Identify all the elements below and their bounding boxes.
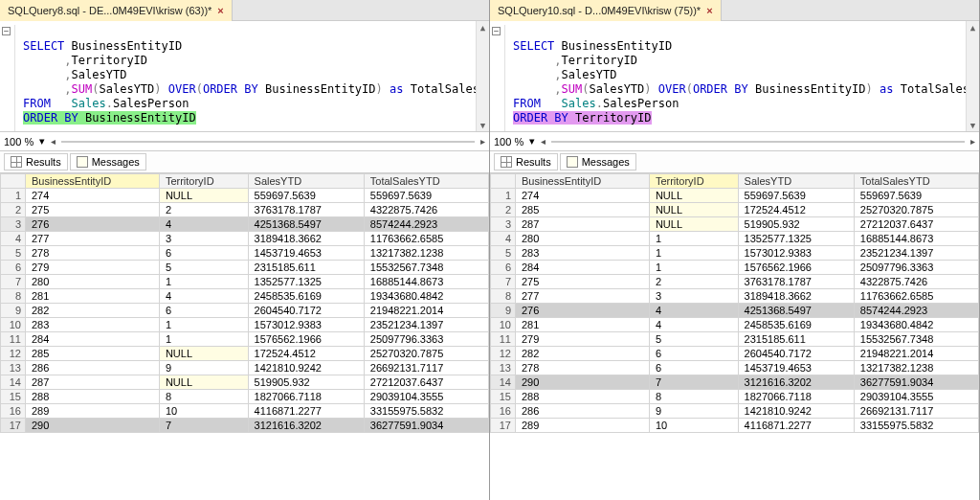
cell[interactable]: 278 xyxy=(516,361,650,375)
table-row[interactable]: 428011352577.132516885144.8673 xyxy=(491,232,979,246)
cell[interactable]: 16885144.8673 xyxy=(854,232,978,246)
cell[interactable]: 2604540.7172 xyxy=(738,347,854,361)
cell[interactable]: 290 xyxy=(516,375,650,390)
cell[interactable]: NULL xyxy=(649,217,738,232)
cell[interactable]: 6 xyxy=(649,361,738,375)
cell[interactable]: 274 xyxy=(516,189,650,203)
cell[interactable]: 4 xyxy=(649,318,738,332)
cell[interactable]: 27212037.6437 xyxy=(364,375,488,390)
cell[interactable]: 1352577.1325 xyxy=(248,275,364,289)
cell[interactable]: 289 xyxy=(516,419,650,433)
cell[interactable]: 4322875.7426 xyxy=(854,275,978,289)
cell[interactable]: 1573012.9383 xyxy=(738,246,854,261)
minus-icon[interactable]: − xyxy=(492,27,501,35)
cell[interactable]: 276 xyxy=(516,304,650,318)
cell[interactable]: 2458535.6169 xyxy=(248,289,364,304)
vertical-scrollbar[interactable]: ▲▼ xyxy=(476,21,489,132)
cell[interactable]: 10 xyxy=(159,404,248,419)
table-row[interactable]: 1528881827066.711829039104.3555 xyxy=(1,390,489,404)
cell[interactable]: 1827066.7118 xyxy=(248,390,364,404)
cell[interactable]: 4116871.2277 xyxy=(248,404,364,419)
table-row[interactable]: 427733189418.366211763662.6585 xyxy=(1,232,489,246)
table-row[interactable]: 627952315185.61115532567.7348 xyxy=(1,261,489,275)
cell[interactable]: 281 xyxy=(26,289,160,304)
tab-results[interactable]: Results xyxy=(4,153,68,170)
cell[interactable]: 282 xyxy=(516,347,650,361)
table-row[interactable]: 2285NULL172524.451225270320.7875 xyxy=(491,203,979,217)
table-row[interactable]: 1628691421810.924226692131.7117 xyxy=(491,404,979,419)
cell[interactable]: 25270320.7875 xyxy=(364,347,488,361)
cell[interactable]: 277 xyxy=(26,232,160,246)
cell[interactable]: NULL xyxy=(159,375,248,390)
cell[interactable]: 3763178.1787 xyxy=(738,275,854,289)
cell[interactable]: 3 xyxy=(649,289,738,304)
cell[interactable]: 23521234.1397 xyxy=(364,318,488,332)
cell[interactable]: 280 xyxy=(26,275,160,289)
cell[interactable]: 23521234.1397 xyxy=(854,246,978,261)
results-grid[interactable]: BusinessEntityIDTerritoryIDSalesYTDTotal… xyxy=(0,173,489,433)
zoom-bar[interactable]: 100 %▾ ◂ ▸ xyxy=(0,132,489,151)
cell[interactable]: 8 xyxy=(649,390,738,404)
cell[interactable]: 284 xyxy=(26,332,160,347)
cell[interactable]: 5 xyxy=(159,261,248,275)
table-row[interactable]: 17289104116871.227733155975.5832 xyxy=(491,419,979,433)
column-header[interactable]: TotalSalesYTD xyxy=(854,174,978,189)
cell[interactable]: 285 xyxy=(26,347,160,361)
cell[interactable]: 29039104.3555 xyxy=(854,390,978,404)
vertical-scrollbar[interactable]: ▲▼ xyxy=(966,21,979,132)
cell[interactable]: 286 xyxy=(26,361,160,375)
cell[interactable]: 1453719.4653 xyxy=(248,246,364,261)
cell[interactable]: 26692131.7117 xyxy=(854,404,978,419)
cell[interactable]: 11763662.6585 xyxy=(854,289,978,304)
cell[interactable]: 172524.4512 xyxy=(738,203,854,217)
tab-messages[interactable]: Messages xyxy=(560,153,636,170)
cell[interactable]: 6 xyxy=(159,246,248,261)
cell[interactable]: 280 xyxy=(516,232,650,246)
table-row[interactable]: 528311573012.938323521234.1397 xyxy=(491,246,979,261)
cell[interactable]: 2 xyxy=(159,203,248,217)
cell[interactable]: 1421810.9242 xyxy=(248,361,364,375)
table-row[interactable]: 1328691421810.924226692131.7117 xyxy=(1,361,489,375)
table-row[interactable]: 1274NULL559697.5639559697.5639 xyxy=(491,189,979,203)
column-header[interactable]: TerritoryID xyxy=(159,174,248,189)
cell[interactable]: 3189418.3662 xyxy=(248,232,364,246)
cell[interactable]: 33155975.5832 xyxy=(854,419,978,433)
close-icon[interactable]: × xyxy=(217,5,223,16)
cell[interactable]: 275 xyxy=(26,203,160,217)
cell[interactable]: 4116871.2277 xyxy=(738,419,854,433)
table-row[interactable]: 1429073121616.320236277591.9034 xyxy=(491,375,979,390)
cell[interactable]: NULL xyxy=(649,189,738,203)
cell[interactable]: 21948221.2014 xyxy=(364,304,488,318)
cell[interactable]: 559697.5639 xyxy=(738,189,854,203)
table-row[interactable]: 928262604540.717221948221.2014 xyxy=(1,304,489,318)
cell[interactable]: 4 xyxy=(649,304,738,318)
table-row[interactable]: 3287NULL519905.93227212037.6437 xyxy=(491,217,979,232)
cell[interactable]: 29039104.3555 xyxy=(364,390,488,404)
table-row[interactable]: 1327861453719.465313217382.1238 xyxy=(491,361,979,375)
chevron-right-icon[interactable]: ▸ xyxy=(480,136,485,147)
column-header[interactable]: BusinessEntityID xyxy=(26,174,160,189)
cell[interactable]: NULL xyxy=(159,189,248,203)
cell[interactable]: 282 xyxy=(26,304,160,318)
chevron-right-icon[interactable]: ▸ xyxy=(970,136,975,147)
cell[interactable]: 274 xyxy=(26,189,160,203)
cell[interactable]: 172524.4512 xyxy=(248,347,364,361)
sql-code[interactable]: SELECT BusinessEntityID ,TerritoryID ,Sa… xyxy=(23,39,489,125)
close-icon[interactable]: × xyxy=(706,5,712,16)
cell[interactable]: 1352577.1325 xyxy=(738,232,854,246)
column-header[interactable]: TerritoryID xyxy=(649,174,738,189)
cell[interactable]: 4 xyxy=(159,289,248,304)
results-grid[interactable]: BusinessEntityIDTerritoryIDSalesYTDTotal… xyxy=(490,173,979,433)
cell[interactable]: 283 xyxy=(516,246,650,261)
cell[interactable]: 3189418.3662 xyxy=(738,289,854,304)
cell[interactable]: 1576562.1966 xyxy=(248,332,364,347)
table-row[interactable]: 828142458535.616919343680.4842 xyxy=(1,289,489,304)
cell[interactable]: 1 xyxy=(159,332,248,347)
cell[interactable]: 4251368.5497 xyxy=(248,217,364,232)
cell[interactable]: 19343680.4842 xyxy=(854,318,978,332)
cell[interactable]: 33155975.5832 xyxy=(364,404,488,419)
cell[interactable]: 559697.5639 xyxy=(364,189,488,203)
cell[interactable]: 287 xyxy=(516,217,650,232)
cell[interactable]: 9 xyxy=(649,404,738,419)
tab-results[interactable]: Results xyxy=(494,153,558,170)
